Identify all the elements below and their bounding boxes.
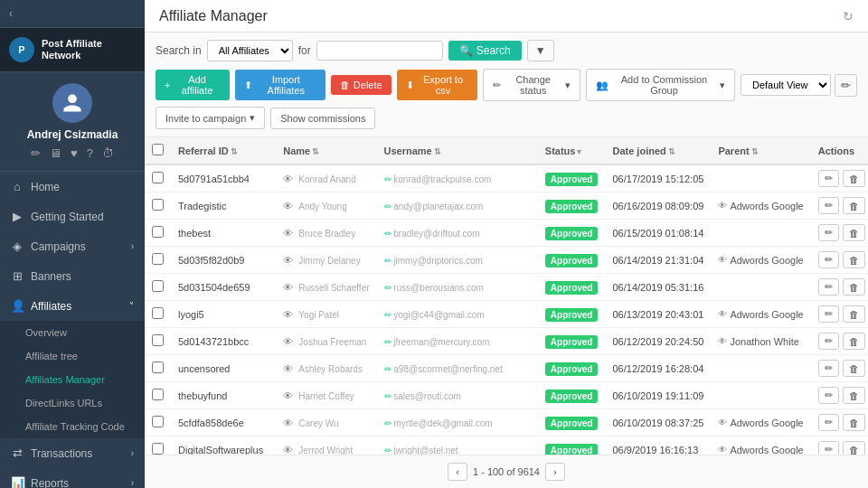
row-checkbox[interactable] xyxy=(145,274,171,301)
row-check-3[interactable] xyxy=(152,253,164,265)
view-select[interactable]: Default View xyxy=(741,74,831,96)
sidebar-item-overview[interactable]: Overview xyxy=(0,321,145,344)
eye-icon-7[interactable]: 👁 xyxy=(283,363,293,374)
edit-pencil-7[interactable]: ✏ xyxy=(384,364,394,374)
edit-button-2[interactable]: ✏ xyxy=(818,224,839,241)
edit-pencil-5[interactable]: ✏ xyxy=(384,310,394,320)
row-checkbox[interactable] xyxy=(145,409,171,436)
row-checkbox[interactable] xyxy=(145,220,171,247)
row-check-1[interactable] xyxy=(152,199,164,211)
delete-button-2[interactable]: 🗑 xyxy=(843,224,865,241)
row-checkbox[interactable] xyxy=(145,247,171,274)
row-check-2[interactable] xyxy=(152,226,164,238)
edit-button-7[interactable]: ✏ xyxy=(818,360,839,377)
row-check-8[interactable] xyxy=(152,389,164,400)
edit-pencil-10[interactable]: ✏ xyxy=(384,446,394,455)
sidebar-item-campaigns[interactable]: ◈ Campaigns › xyxy=(0,231,145,261)
edit-pencil-8[interactable]: ✏ xyxy=(384,391,394,401)
prev-page-button[interactable]: ‹ xyxy=(448,463,467,481)
sidebar-item-affiliate-tree[interactable]: Affiliate tree xyxy=(0,344,145,368)
edit-button-10[interactable]: ✏ xyxy=(818,441,839,455)
edit-pencil-4[interactable]: ✏ xyxy=(384,283,394,293)
next-page-button[interactable]: › xyxy=(545,463,565,481)
export-button[interactable]: ⬇ Export to csv xyxy=(397,70,478,100)
heart-icon[interactable]: ♥ xyxy=(71,146,78,160)
sidebar-item-affiliates-manager[interactable]: Affiliates Manager xyxy=(0,368,145,391)
monitor-icon[interactable]: 🖥 xyxy=(50,146,61,160)
delete-button-7[interactable]: 🗑 xyxy=(843,360,865,377)
sidebar-item-reports[interactable]: 📊 Reports › xyxy=(0,468,145,488)
eye-icon-8[interactable]: 👁 xyxy=(283,390,293,401)
row-checkbox[interactable] xyxy=(145,382,171,409)
change-status-button[interactable]: ✏ Change status ▾ xyxy=(483,69,580,101)
edit-pencil-0[interactable]: ✏ xyxy=(384,174,394,184)
select-all-checkbox[interactable] xyxy=(152,144,164,155)
delete-button-0[interactable]: 🗑 xyxy=(843,170,865,187)
col-username[interactable]: Username⇅ xyxy=(377,137,538,164)
eye-icon-10[interactable]: 👁 xyxy=(283,445,293,455)
help-icon[interactable]: ? xyxy=(87,146,93,160)
edit-button-4[interactable]: ✏ xyxy=(818,278,839,296)
eye-icon-0[interactable]: 👁 xyxy=(283,174,293,184)
edit-pencil-2[interactable]: ✏ xyxy=(384,229,394,239)
edit-button-5[interactable]: ✏ xyxy=(818,305,839,323)
sidebar-back[interactable]: ‹ xyxy=(0,0,145,28)
eye-icon-9[interactable]: 👁 xyxy=(283,418,293,428)
edit-pencil-9[interactable]: ✏ xyxy=(384,418,394,428)
delete-button-9[interactable]: 🗑 xyxy=(843,414,865,431)
refresh-icon[interactable]: ↻ xyxy=(843,9,854,23)
eye-icon-1[interactable]: 👁 xyxy=(283,201,293,211)
edit-pencil-6[interactable]: ✏ xyxy=(384,337,394,347)
row-checkbox[interactable] xyxy=(145,164,171,192)
delete-button-1[interactable]: 🗑 xyxy=(843,197,865,214)
edit-button-3[interactable]: ✏ xyxy=(818,251,839,268)
edit-pencil-3[interactable]: ✏ xyxy=(384,256,394,266)
row-check-4[interactable] xyxy=(152,280,164,292)
edit-button-1[interactable]: ✏ xyxy=(818,197,839,214)
sidebar-item-directlinks[interactable]: DirectLinks URLs xyxy=(0,391,145,415)
row-check-0[interactable] xyxy=(152,172,164,183)
col-name[interactable]: Name⇅ xyxy=(276,137,376,164)
clock-icon[interactable]: ⏱ xyxy=(102,146,114,160)
row-checkbox[interactable] xyxy=(145,328,171,355)
col-parent[interactable]: Parent⇅ xyxy=(711,137,810,164)
add-commission-button[interactable]: 👥 Add to Commission Group ▾ xyxy=(586,69,735,101)
row-checkbox[interactable] xyxy=(145,192,171,220)
show-commissions-button[interactable]: Show commissions xyxy=(270,108,375,129)
delete-button-8[interactable]: 🗑 xyxy=(843,387,865,404)
search-input[interactable] xyxy=(316,41,443,61)
delete-button-3[interactable]: 🗑 xyxy=(843,251,865,268)
eye-icon-2[interactable]: 👁 xyxy=(283,228,293,239)
row-check-10[interactable] xyxy=(152,443,164,455)
row-checkbox[interactable] xyxy=(145,355,171,382)
delete-button-10[interactable]: 🗑 xyxy=(843,441,865,455)
delete-button[interactable]: 🗑 Delete xyxy=(331,75,392,95)
sidebar-item-banners[interactable]: ⊞ Banners xyxy=(0,261,145,291)
eye-icon-3[interactable]: 👁 xyxy=(283,255,293,266)
edit-icon[interactable]: ✏ xyxy=(31,146,41,160)
row-check-7[interactable] xyxy=(152,361,164,373)
search-in-select[interactable]: All Affiliates xyxy=(207,40,293,61)
edit-button-8[interactable]: ✏ xyxy=(818,387,839,404)
sidebar-item-getting-started[interactable]: ▶ Getting Started xyxy=(0,202,145,231)
col-status[interactable]: Status▾ xyxy=(538,137,606,164)
add-affiliate-button[interactable]: + Add affiliate xyxy=(156,70,230,100)
edit-button-6[interactable]: ✏ xyxy=(818,333,839,350)
col-referral-id[interactable]: Referral ID⇅ xyxy=(171,137,276,164)
edit-button-0[interactable]: ✏ xyxy=(818,170,839,187)
delete-button-6[interactable]: 🗑 xyxy=(843,333,865,350)
edit-pencil-1[interactable]: ✏ xyxy=(384,202,394,211)
row-checkbox[interactable] xyxy=(145,436,171,455)
row-checkbox[interactable] xyxy=(145,301,171,328)
view-edit-button[interactable]: ✏ xyxy=(835,74,857,97)
sidebar-item-home[interactable]: ⌂ Home xyxy=(0,172,145,202)
eye-icon-4[interactable]: 👁 xyxy=(283,282,293,293)
filter-button[interactable]: ▼ xyxy=(527,40,554,61)
col-date[interactable]: Date joined⇅ xyxy=(605,137,711,164)
search-button[interactable]: 🔍 Search xyxy=(448,41,522,61)
row-check-6[interactable] xyxy=(152,334,164,346)
sidebar-item-affiliates[interactable]: 👤 Affiliates ˅ xyxy=(0,291,145,321)
sidebar-item-tracking-code[interactable]: Affiliate Tracking Code xyxy=(0,415,145,438)
eye-icon-5[interactable]: 👁 xyxy=(283,309,293,320)
sidebar-item-transactions[interactable]: ⇄ Transactions › xyxy=(0,438,145,468)
